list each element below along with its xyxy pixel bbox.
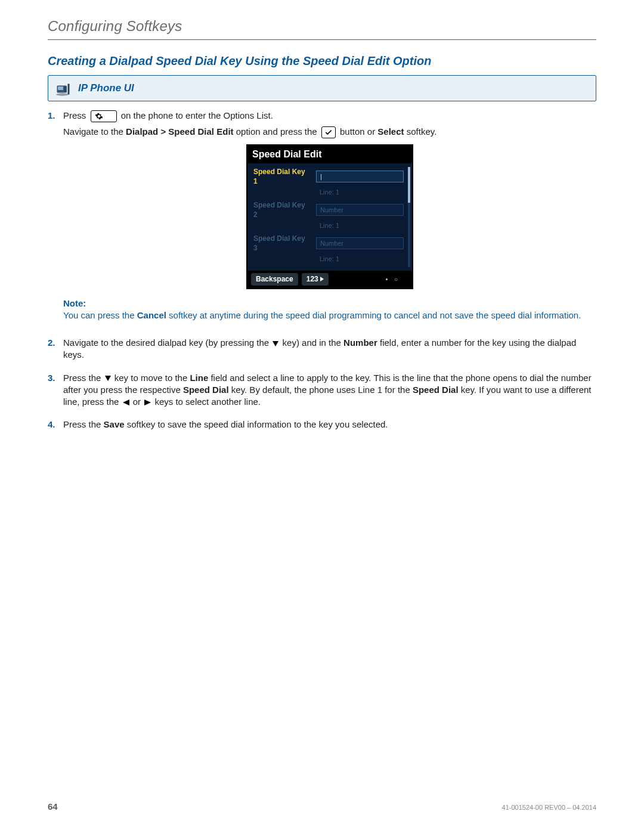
- chevron-right-icon: [320, 277, 324, 281]
- speed-dial-line-value: Line: 1: [316, 221, 343, 234]
- note-text: You can press the Cancel softkey at anyt…: [63, 309, 596, 321]
- speed-dial-row: Speed Dial Key 2 Number: [253, 200, 410, 219]
- options-gear-button-icon: [91, 110, 117, 122]
- speed-dial-label: Speed Dial Key 3: [253, 234, 310, 253]
- scrollbar-thumb[interactable]: [408, 167, 410, 203]
- phone-screen: Speed Dial Edit Speed Dial Key 1 | Line:…: [246, 144, 413, 289]
- text: softkey.: [404, 126, 437, 137]
- text: option and press the: [234, 126, 320, 137]
- text: Press: [63, 110, 86, 120]
- left-arrow-icon: [123, 400, 129, 405]
- text: key) and in the: [280, 337, 343, 348]
- text-bold: Save: [104, 419, 125, 429]
- step-number: 2.: [48, 337, 58, 365]
- text-bold: Number: [343, 337, 377, 348]
- text-bold: Line: [190, 373, 208, 383]
- text: softkey to save the speed dial informati…: [125, 419, 388, 429]
- text: keys to select another line.: [152, 397, 261, 407]
- text: Navigate to the desired dialpad key (by …: [63, 337, 271, 348]
- step-number: 4.: [48, 419, 58, 434]
- document-id: 41-001524-00 REV00 – 04.2014: [502, 804, 596, 811]
- divider: [48, 39, 596, 40]
- text: Press the: [63, 419, 104, 429]
- page-footer: 64 41-001524-00 REV00 – 04.2014: [48, 801, 596, 812]
- down-arrow-icon: [273, 341, 278, 346]
- text-bold: Dialpad > Speed Dial Edit: [126, 126, 233, 137]
- speed-dial-label: Speed Dial Key 1: [253, 167, 310, 186]
- text: or: [131, 397, 144, 407]
- svg-rect-1: [58, 86, 63, 90]
- speed-dial-label: Speed Dial Key 2: [253, 200, 310, 219]
- svg-point-3: [56, 93, 69, 96]
- ip-phone-ui-label: IP Phone UI: [78, 82, 134, 94]
- screen-title: Speed Dial Edit: [247, 145, 412, 163]
- speed-dial-line-value: Line: 1: [316, 254, 343, 267]
- step-4: 4. Press the Save softkey to save the sp…: [48, 419, 596, 434]
- text-bold: Speed Dial: [183, 385, 229, 395]
- page-indicator-dots: • ○: [386, 275, 408, 284]
- check-button-icon: [321, 126, 336, 138]
- speed-dial-line-value: Line: 1: [316, 187, 343, 200]
- step-number: 3.: [48, 372, 58, 412]
- step-3: 3. Press the key to move to the Line fie…: [48, 372, 596, 412]
- text: Navigate to the: [63, 126, 126, 137]
- page-number: 64: [48, 801, 58, 812]
- page-heading: Creating a Dialpad Speed Dial Key Using …: [48, 54, 596, 68]
- softkey-backspace[interactable]: Backspace: [251, 273, 298, 285]
- screen-content: Speed Dial Key 1 | Line: 1 Speed Dial Ke…: [247, 163, 412, 271]
- text-bold: Speed Dial: [413, 385, 459, 395]
- section-title: Configuring Softkeys: [48, 18, 596, 35]
- step-1: 1. Press on the phone to enter the Optio…: [48, 110, 596, 330]
- speed-dial-row: Speed Dial Key 3 Number: [253, 234, 410, 253]
- softkey-input-mode[interactable]: 123: [302, 273, 329, 285]
- phone-icon: [54, 79, 72, 97]
- note-label: Note:: [63, 298, 596, 309]
- ip-phone-ui-bar: IP Phone UI: [48, 75, 596, 101]
- right-arrow-icon: [144, 400, 151, 405]
- text: Press the: [63, 373, 104, 383]
- text: key. By default, the phone uses Line 1 f…: [229, 385, 413, 395]
- svg-rect-2: [64, 86, 66, 92]
- step-number: 1.: [48, 110, 58, 330]
- speed-dial-number-field[interactable]: Number: [316, 237, 404, 249]
- text-bold: Select: [377, 126, 404, 137]
- softkey-bar: Backspace 123 • ○: [247, 271, 412, 287]
- text: on the phone to enter the Options List.: [121, 110, 273, 120]
- step-2: 2. Navigate to the desired dialpad key (…: [48, 337, 596, 365]
- text: key to move to the: [112, 373, 190, 383]
- text: button or: [338, 126, 378, 137]
- speed-dial-number-field[interactable]: Number: [316, 204, 404, 216]
- down-arrow-icon: [105, 376, 111, 381]
- speed-dial-number-field[interactable]: |: [316, 171, 404, 182]
- speed-dial-row: Speed Dial Key 1 |: [253, 167, 410, 186]
